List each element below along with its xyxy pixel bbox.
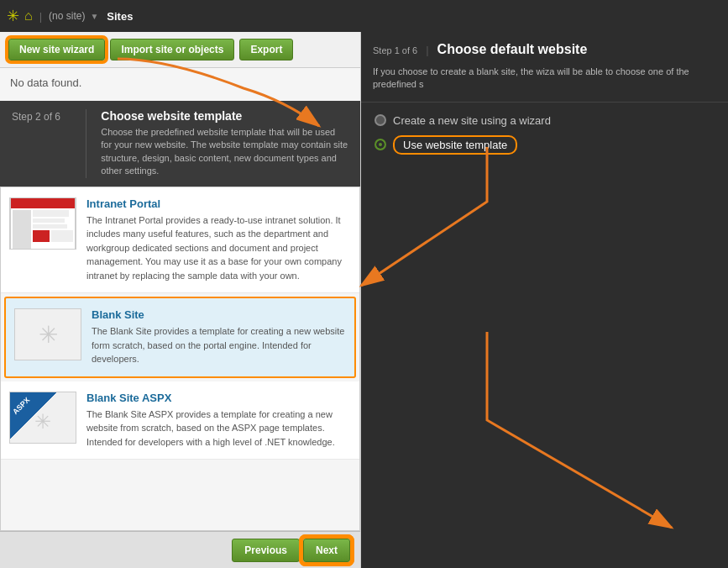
radio-new-site[interactable] xyxy=(374,114,386,126)
step1-options: Create a new site using a wizard Use web… xyxy=(361,103,728,166)
no-data-text: No data found. xyxy=(0,68,360,97)
snowflake-icon[interactable]: ✳ xyxy=(7,7,19,25)
step1-title: Choose default website xyxy=(437,42,588,57)
right-panel: Step 1 of 6 | Choose default website If … xyxy=(361,32,728,568)
option-new-site[interactable]: Create a new site using a wizard xyxy=(374,114,715,127)
new-site-wizard-button[interactable]: New site wizard xyxy=(8,39,105,60)
option-template-label: Use website template xyxy=(393,135,517,155)
previous-button[interactable]: Previous xyxy=(232,539,300,562)
toolbar: ✳ ⌂ | (no site) ▼ Sites xyxy=(0,0,728,32)
left-panel: New site wizard Import site or objects E… xyxy=(0,32,361,568)
intranet-desc: The Intranet Portal provides a ready-to-… xyxy=(86,213,351,283)
step2-header: Step 2 of 6 Choose website template Choo… xyxy=(0,101,360,187)
step2-title: Choose website template xyxy=(101,109,348,123)
toolbar-separator: | xyxy=(39,10,42,23)
option-template[interactable]: Use website template xyxy=(374,135,715,155)
step2-label: Step 2 of 6 xyxy=(12,109,71,123)
intranet-thumbnail xyxy=(9,197,76,250)
blank-name: Blank Site xyxy=(92,308,346,321)
blank-snowflake-icon: ✳ xyxy=(39,321,58,349)
footer-bar: Previous Next xyxy=(0,531,360,568)
aspx-badge: ASPX xyxy=(10,392,52,426)
intranet-info: Intranet Portal The Intranet Portal prov… xyxy=(86,197,351,283)
blank-info: Blank Site The Blank Site provides a tem… xyxy=(92,308,346,366)
step1-description: If you choose to create a blank site, th… xyxy=(373,66,716,92)
radio-template[interactable] xyxy=(374,139,386,150)
template-item-intranet[interactable]: Intranet Portal The Intranet Portal prov… xyxy=(1,187,359,294)
aspx-desc: The Blank Site ASPX provides a template … xyxy=(86,408,351,450)
aspx-name: Blank Site ASPX xyxy=(86,392,351,404)
template-list[interactable]: Intranet Portal The Intranet Portal prov… xyxy=(1,187,359,530)
dropdown-arrow-icon: ▼ xyxy=(90,12,98,21)
sites-label: Sites xyxy=(107,10,133,23)
template-list-container: Intranet Portal The Intranet Portal prov… xyxy=(0,187,360,531)
aspx-info: Blank Site ASPX The Blank Site ASPX prov… xyxy=(86,392,351,450)
aspx-text: ASPX xyxy=(11,395,31,415)
action-buttons: New site wizard Import site or objects E… xyxy=(0,32,360,68)
blank-desc: The Blank Site provides a template for c… xyxy=(92,324,346,366)
home-icon[interactable]: ⌂ xyxy=(24,8,33,24)
intranet-name: Intranet Portal xyxy=(86,197,351,210)
template-item-aspx[interactable]: ASPX ✳ Blank Site ASPX The Blank Site AS… xyxy=(1,381,359,460)
import-site-button[interactable]: Import site or objects xyxy=(110,39,234,60)
main-container: New site wizard Import site or objects E… xyxy=(0,32,728,568)
template-item-blank[interactable]: ✳ Blank Site The Blank Site provides a t… xyxy=(4,297,356,378)
site-label: (no site) xyxy=(49,10,85,22)
step1-header: Step 1 of 6 | Choose default website If … xyxy=(361,32,728,103)
step2-description: Choose the predefined website template t… xyxy=(101,126,348,178)
blank-thumbnail: ✳ xyxy=(14,308,81,360)
step1-label: Step 1 of 6 xyxy=(373,45,417,55)
next-button[interactable]: Next xyxy=(303,539,350,562)
export-button[interactable]: Export xyxy=(239,39,293,60)
option-new-site-label: Create a new site using a wizard xyxy=(393,114,551,127)
aspx-thumbnail: ASPX ✳ xyxy=(9,392,76,444)
